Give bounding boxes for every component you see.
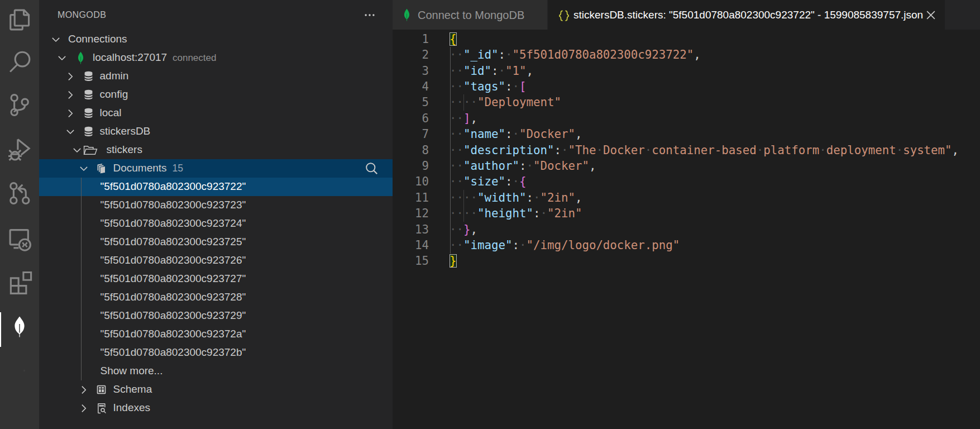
tree-label: admin [100,70,129,82]
code-token: "size" [463,175,505,188]
tree-row-5f501d0780a802300c923728[interactable]: "5f501d0780a802300c923728" [39,288,393,307]
code-line-1: 1{ [393,31,980,47]
chevron-down-icon[interactable] [65,126,76,137]
close-icon[interactable] [925,9,937,21]
activity-item-pull-requests[interactable] [0,177,39,212]
chevron-right-icon[interactable] [78,403,89,414]
tree-label: "5f501d0780a802300c92372b" [101,346,246,359]
activity-item-run-and-debug[interactable] [0,132,39,168]
code-token: , [575,191,582,204]
code-text: ··"size":·{ [450,174,526,189]
tree-row-show-more[interactable]: Show more... [39,362,393,380]
activity-item-mongodb[interactable] [0,309,39,345]
code-text: ··"name":·"Docker", [450,126,582,142]
code-token: "2in" [540,191,575,204]
tree-label: "5f501d0780a802300c923728" [101,291,246,303]
code-token: { [519,175,527,188]
tree-label: localhost:27017 [93,51,167,64]
connection-status: connected [173,53,216,64]
chevron-right-icon[interactable] [65,71,76,82]
code-line-13: 13··}, [393,222,980,237]
tree-row-5f501d0780a802300c923726[interactable]: "5f501d0780a802300c923726" [39,251,393,270]
tree-row-local[interactable]: local [39,104,393,122]
tree-row-admin[interactable]: admin [39,67,393,85]
tree-row-5f501d0780a802300c923729[interactable]: "5f501d0780a802300c923729" [39,307,393,325]
chevron-down-icon[interactable] [56,53,68,64]
tree-label: Indexes [113,402,151,414]
tree-row-5f501d0780a802300c92372b[interactable]: "5f501d0780a802300c92372b" [39,344,393,362]
chevron-down-icon[interactable] [50,34,61,45]
more-actions-button[interactable] [362,7,377,23]
tree-row-connections[interactable]: Connections [39,30,393,49]
activity-item-search[interactable] [0,45,39,81]
tree-indent-guide [81,178,82,380]
chevron-right-icon[interactable] [65,108,76,119]
code-token: : [519,159,527,173]
code-token: "2in" [547,207,582,220]
editor-group: Connect to MongoDB stickersDB.stickers: … [393,0,980,429]
whitespace-dots: · [645,144,652,157]
tree-row-5f501d0780a802300c92372a[interactable]: "5f501d0780a802300c92372a" [39,325,393,344]
code-token: Docker [603,144,645,157]
tree-row-stickersdb[interactable]: stickersDB [39,122,393,141]
tree-row-5f501d0780a802300c923727[interactable]: "5f501d0780a802300c923727" [39,270,393,288]
tree-row-schema[interactable]: Schema [39,380,393,399]
tab-stickers-document-json[interactable]: stickersDB.stickers: "5f501d0780a802300c… [548,0,945,30]
chevron-down-icon[interactable] [78,163,89,174]
mongodb-leaf-green-icon [77,51,84,67]
code-line-2: 2··"_id":·"5f501d0780a802300c923722", [393,47,980,63]
whitespace-dots: ·· [450,112,463,125]
code-line-15: 15} [393,253,980,269]
bracket-match: } [450,254,457,268]
search-documents-button[interactable] [365,163,377,175]
code-line-9: 9··"author":·"Docker", [393,158,980,174]
chevron-down-icon[interactable] [71,145,83,156]
tree-row-5f501d0780a802300c923722[interactable]: "5f501d0780a802300c923722" [39,178,393,196]
tree-row-config[interactable]: config [39,85,393,104]
tree-row-5f501d0780a802300c923725[interactable]: "5f501d0780a802300c923725" [39,233,393,251]
tree-row-indexes[interactable]: Indexes [39,399,393,417]
tab-bar: Connect to MongoDB stickersDB.stickers: … [393,0,980,30]
whitespace-dots: ·· [450,144,463,157]
code-token: "height" [477,207,533,220]
activity-item-source-control[interactable] [0,88,39,124]
code-text: ··"id":·"1", [450,63,533,79]
tree-row-documents[interactable]: Documents15 [39,159,393,178]
code-token: deployment [826,144,896,157]
activity-item-explorer[interactable] [0,3,39,39]
tree-row-5f501d0780a802300c923723[interactable]: "5f501d0780a802300c923723" [39,196,393,214]
activity-item-remote-explorer[interactable] [0,221,39,257]
code-token: , [575,127,582,141]
tree-row-localhost-27017[interactable]: localhost:27017connected [39,49,393,67]
database-icon [83,89,94,103]
whitespace-dots: ·· [450,223,463,236]
chevron-right-icon[interactable] [78,384,89,395]
code-line-3: 3··"id":·"1", [393,63,980,79]
code-token: "image" [463,239,512,252]
tab-connect-to-mongodb[interactable]: Connect to MongoDB [393,0,547,30]
database-icon [83,107,94,122]
activity-item-extensions[interactable] [0,265,39,301]
code-line-14: 14··"image":·"/img/logo/docker.png" [393,237,980,253]
code-token: , [471,112,478,125]
code-token: ] [463,112,471,125]
code-text: ··}, [450,222,477,237]
activity-bar [0,0,39,429]
tree-label: "5f501d0780a802300c923727" [101,273,246,285]
code-token: "description" [463,144,554,157]
chevron-right-icon[interactable] [65,89,76,101]
database-icon [83,70,94,85]
whitespace-dots: ·· [450,239,463,252]
extensions-icon [6,268,34,298]
whitespace-dots: · [512,80,519,93]
tree-row-stickers[interactable]: stickers [39,141,393,159]
code-editor[interactable]: 1{2··"_id":·"5f501d0780a802300c923722",3… [393,31,980,269]
tree-label: Show more... [101,365,163,377]
code-token: : [526,191,533,204]
remote-explorer-icon [6,224,34,254]
tree-row-5f501d0780a802300c923724[interactable]: "5f501d0780a802300c923724" [39,214,393,233]
mongodb-leaf-icon [9,314,30,341]
tree-label: config [100,88,128,101]
database-icon [83,126,94,140]
tree-label: "5f501d0780a802300c923722" [101,180,246,193]
